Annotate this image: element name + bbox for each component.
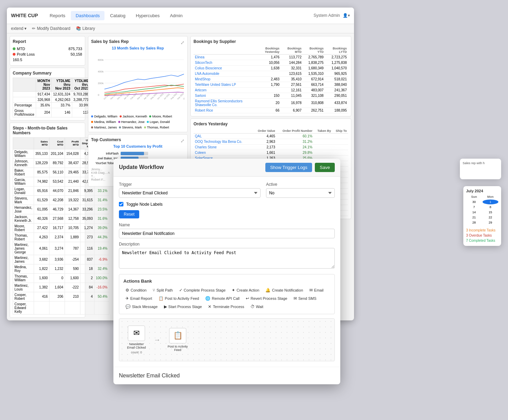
steps-section: Steps - Month-to-Date Sales Numbers Sale… (10, 123, 85, 318)
trigger-logs-button[interactable]: Show Trigger Logs (265, 163, 312, 172)
action-complete-process[interactable]: ✓ Complete Process Stage (177, 287, 228, 293)
cal-day[interactable]: 22 (483, 215, 499, 220)
active-group: Active No (266, 182, 335, 198)
cal-day[interactable]: 15 (483, 210, 499, 215)
legend-item: Medina, William (91, 120, 116, 124)
nav-items: Reports Dashboards Catalog Hypercubes Ad… (45, 11, 314, 20)
bar-fill (121, 152, 144, 155)
action-revert-process[interactable]: ↩ Revert Process Stage (244, 295, 289, 302)
profit-loss-row: Profit Loss 50,158 (13, 52, 82, 57)
table-row: Robert Rice666,907262,751188,095 (194, 107, 348, 113)
calendar-grid: Sun Mon 30 1 7 8 14 15 21 22 28 29 (466, 194, 498, 225)
action-send-sms[interactable]: ✉ Send SMS (291, 295, 319, 302)
pencil-icon: ✏ (32, 26, 35, 31)
overdue-tasks[interactable]: 3 Overdue Tasks (466, 233, 498, 238)
action-email[interactable]: ✉ Email (307, 287, 326, 293)
nav-item-hypercubes[interactable]: Hypercubes (131, 11, 164, 20)
customer-bar-row: InfoFlash (91, 152, 185, 155)
top-customers-chart-title: Top 10 Customers by Profit (91, 144, 185, 148)
name-input[interactable] (119, 229, 335, 238)
node-2-label: Post to Activity Feed (167, 345, 188, 352)
third-metric-row: 160.5 (13, 57, 82, 63)
description-group: Description Newsletter Email Clicked to … (119, 242, 335, 270)
action-remote-api[interactable]: 🌐 Remote API Call (203, 295, 242, 302)
legend-item: Martinez, James (91, 126, 117, 129)
node-2-icon-box: 📋 (169, 328, 186, 343)
slack-icon: 💬 (125, 304, 131, 309)
legend-dot (118, 121, 120, 123)
cal-day[interactable]: 21 (466, 215, 482, 220)
cal-day-today[interactable]: 1 (483, 200, 499, 204)
cal-day[interactable]: 29 (483, 220, 499, 225)
cal-day[interactable]: 30 (466, 200, 482, 204)
completed-tasks[interactable]: 7 Completed Tasks (466, 238, 498, 243)
calendar-panel: July 2024 Sun Mon 30 1 7 8 14 15 21 22 2… (463, 186, 501, 246)
workflow-modal: Update Workflow Show Trigger Logs Save T… (113, 159, 340, 384)
table-row: Raymond Ellis Semiconductors Shawsville … (194, 98, 348, 107)
action-post-activity[interactable]: 📋 Post to Activity Feed (156, 295, 201, 302)
toggle-checkbox[interactable] (119, 202, 123, 206)
complete-icon: ✓ (179, 288, 183, 293)
legend-item: Stevens, Mark (119, 126, 142, 129)
table-row: Articom12,161483,007241,367 (194, 87, 348, 93)
cal-day[interactable]: 28 (466, 220, 482, 225)
active-select[interactable]: No (266, 188, 335, 198)
table-row: SiliconTech10,056144,2841,838,2751,275,8… (194, 60, 348, 65)
sales-chart-svg: 600k 400k 200k 0 (91, 52, 185, 113)
action-create-notification[interactable]: 🔔 Create Notification (263, 287, 305, 293)
calendar-title: July 2024 (466, 189, 498, 193)
expand-chart-icon[interactable]: ⤢ (180, 138, 185, 144)
node-1-count: count: 0 (131, 351, 142, 354)
action-start-process[interactable]: ▶ Start Process Stage (162, 304, 204, 310)
legend-dot (120, 115, 122, 117)
svg-text:Mar 2023: Mar 2023 (136, 92, 144, 100)
description-textarea[interactable]: Newsletter Email Clicked to Activity Fee… (119, 248, 335, 269)
incomplete-tasks[interactable]: 3 Incomplete Tasks (466, 228, 498, 233)
start-process-icon: ▶ (164, 304, 167, 309)
nav-item-dashboards[interactable]: Dashboards (71, 11, 104, 20)
cal-day[interactable]: 7 (466, 205, 482, 209)
bookings-table: Bookings Yesterday Bookings MTD Bookings… (194, 46, 348, 113)
active-label: Active (266, 182, 335, 187)
extend-btn[interactable]: extend ▾ (11, 26, 26, 31)
cal-day[interactable]: 14 (466, 210, 482, 215)
actions-bank-title: Actions Bank (123, 279, 330, 284)
trigger-select[interactable]: Newsletter Email Clicked (119, 188, 261, 198)
save-button[interactable]: Save (315, 163, 335, 172)
legend-item: Thomas, Robert (144, 126, 169, 129)
action-create-action[interactable]: ✦ Create Action (230, 287, 261, 293)
workflow-node-2: 📋 Post to Activity Feed (167, 328, 188, 352)
nav-item-catalog[interactable]: Catalog (105, 11, 130, 20)
action-wait[interactable]: ⏱ Wait (249, 304, 266, 310)
expand-icon[interactable]: ⤢ (180, 40, 185, 45)
cal-header-mon: Mon (483, 194, 499, 199)
modal-title: Update Workflow (119, 164, 164, 170)
actions-bank: Actions Bank ⚙ Condition ⑂ Split Path ✓ … (119, 274, 335, 314)
reset-button[interactable]: Reset (119, 210, 139, 218)
action-split-path[interactable]: ⑂ Split Path (151, 287, 175, 293)
nav-item-reports[interactable]: Reports (45, 11, 70, 20)
name-label: Name (119, 223, 335, 227)
book-icon: 📚 (76, 26, 81, 31)
svg-text:200k: 200k (98, 81, 103, 84)
svg-text:Jan 2023: Jan 2023 (123, 93, 131, 100)
action-condition[interactable]: ⚙ Condition (123, 287, 148, 293)
legend-dot (91, 126, 93, 128)
action-terminate[interactable]: ✕ Terminate Process (206, 304, 246, 310)
cal-day[interactable]: 8 (483, 205, 499, 209)
nav-item-admin[interactable]: Admin (165, 11, 187, 20)
legend-item: Delgado, William (91, 115, 118, 118)
profit-loss-value: 50,158 (70, 52, 82, 56)
action-slack[interactable]: 💬 Slack Message (123, 304, 160, 310)
action-email-report[interactable]: ✈ Email Report (123, 295, 154, 302)
svg-text:Feb 2023: Feb 2023 (130, 92, 137, 100)
name-group: Name (119, 223, 335, 238)
modify-dashboard-btn[interactable]: ✏ Modify Dashboard (32, 26, 70, 31)
legend-dot (91, 121, 93, 123)
sales-text: Sales rep with h (463, 161, 498, 165)
condition-icon: ⚙ (125, 288, 129, 293)
customers-title: Top Customers (91, 137, 121, 142)
user-avatar-icon[interactable]: 👤▾ (343, 13, 350, 18)
library-btn[interactable]: 📚 Library (76, 26, 95, 31)
svg-text:400k: 400k (98, 70, 103, 73)
